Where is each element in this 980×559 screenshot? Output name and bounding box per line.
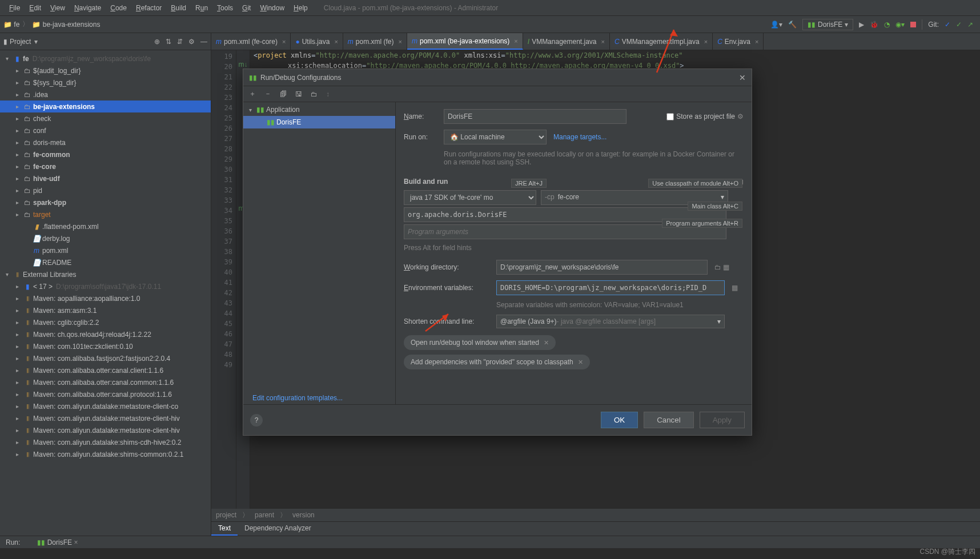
- tree-maven-lib[interactable]: ▸⫴Maven: ch.qos.reload4j:reload4j:1.2.22: [0, 328, 211, 340]
- editor-tab[interactable]: CEnv.java×: [713, 33, 764, 50]
- crumb-project[interactable]: project: [216, 511, 236, 519]
- menu-tools[interactable]: Tools: [212, 4, 238, 12]
- tree-folder[interactable]: ▸🗀spark-dpp: [0, 196, 211, 208]
- tree-folder[interactable]: ▸🗀.idea: [0, 89, 211, 100]
- tree-folder[interactable]: ▸🗀target: [0, 208, 211, 220]
- menu-navigate[interactable]: Navigate: [70, 4, 106, 12]
- tree-file[interactable]: 📄derby.log: [0, 232, 211, 244]
- tree-folder[interactable]: ▸🗀${audit_log_dir}: [0, 65, 211, 77]
- menu-file[interactable]: File: [5, 4, 25, 12]
- tree-folder[interactable]: ▸🗀hive-udf: [0, 172, 211, 184]
- editor-tab[interactable]: IVMManagement.java×: [523, 33, 610, 50]
- wdir-field[interactable]: [496, 260, 708, 275]
- project-panel-title[interactable]: Project: [7, 38, 31, 46]
- apply-button[interactable]: Apply: [700, 412, 745, 428]
- dropdown-icon[interactable]: ▾: [31, 38, 38, 46]
- config-tree-dorisfe[interactable]: ▮▮ DorisFE: [243, 116, 395, 128]
- shorten-select[interactable]: @argfile (Java 9+) - java @argfile class…: [496, 315, 725, 328]
- tree-folder[interactable]: ▸🗀${sys_log_dir}: [0, 77, 211, 89]
- project-tree[interactable]: ▾▮ fe D:\program\jz_new_workspace\doris\…: [0, 50, 211, 463]
- menu-code[interactable]: Code: [106, 4, 131, 12]
- tree-maven-lib[interactable]: ▸⫴Maven: com.alibaba.otter:canal.protoco…: [0, 388, 211, 400]
- tree-file[interactable]: mpom.xml: [0, 244, 211, 256]
- tree-folder[interactable]: ▸🗀fe-common: [0, 148, 211, 160]
- tree-maven-lib[interactable]: ▸⫴Maven: cglib:cglib:2.2: [0, 316, 211, 328]
- ok-button[interactable]: OK: [601, 412, 638, 428]
- tree-maven-lib[interactable]: ▸⫴Maven: com.alibaba.otter:canal.client:…: [0, 364, 211, 376]
- crumb-version[interactable]: version: [292, 511, 315, 519]
- tree-jdk[interactable]: ▸▮ < 17 > D:\program\soft\java17\jdk-17.…: [0, 280, 211, 292]
- tab-dependency-analyzer[interactable]: Dependency Analyzer: [238, 522, 318, 536]
- tree-maven-lib[interactable]: ▸⫴Maven: com.alibaba.fastjson2:fastjson2…: [0, 352, 211, 364]
- name-field[interactable]: [444, 109, 626, 124]
- build-hammer-icon[interactable]: 🔨: [788, 21, 797, 29]
- tree-maven-lib[interactable]: ▸⫴Maven: asm:asm:3.1: [0, 304, 211, 316]
- browse-icon[interactable]: 🗀 ▦: [714, 263, 729, 271]
- settings-icon[interactable]: ⚙: [188, 38, 195, 46]
- run-toolwindow-config[interactable]: ▮▮ DorisFE ×: [20, 538, 78, 546]
- copy-icon[interactable]: 🗐: [280, 90, 287, 98]
- coverage-icon[interactable]: ◔: [884, 21, 890, 29]
- menu-help[interactable]: Help: [289, 4, 312, 12]
- locate-icon[interactable]: ⊕: [154, 38, 160, 46]
- menu-build[interactable]: Build: [166, 4, 191, 12]
- remove-icon[interactable]: －: [264, 89, 271, 99]
- tree-maven-lib[interactable]: ▸⫴Maven: com.aliyun.datalake:metastore-c…: [0, 400, 211, 412]
- runon-select[interactable]: 🏠 Local machine: [444, 130, 547, 144]
- config-tree-application[interactable]: ▾▮▮ Application: [243, 103, 395, 116]
- pill-remove-icon[interactable]: ✕: [578, 359, 583, 366]
- tab-text[interactable]: Text: [211, 522, 238, 536]
- menu-window[interactable]: Window: [255, 4, 289, 12]
- help-icon[interactable]: ?: [250, 414, 263, 427]
- folder-icon[interactable]: 🗀: [311, 90, 318, 98]
- editor-tab[interactable]: CVMManagementImpl.java×: [610, 33, 713, 50]
- stop-icon[interactable]: [910, 22, 916, 27]
- tree-maven-lib[interactable]: ▸⫴Maven: com.aliyun.datalake:metastore-c…: [0, 424, 211, 436]
- project-view-icon[interactable]: ▮: [3, 38, 7, 46]
- pill-provided-deps[interactable]: Add dependencies with "provided" scope t…: [404, 355, 590, 369]
- tree-maven-lib[interactable]: ▸⫴Maven: com.aliyun.datalake:shims-commo…: [0, 448, 211, 460]
- editor-tab[interactable]: mpom.xml (fe-core)×: [211, 33, 291, 50]
- cancel-button[interactable]: Cancel: [644, 412, 694, 428]
- git-push-icon[interactable]: ↗: [967, 21, 973, 29]
- add-icon[interactable]: ＋: [249, 89, 256, 99]
- git-commit-icon[interactable]: ✓: [956, 21, 962, 29]
- tree-folder[interactable]: ▸🗀pid: [0, 184, 211, 196]
- close-icon[interactable]: ✕: [739, 73, 746, 82]
- tree-maven-lib[interactable]: ▸⫴Maven: com.101tec:zkclient:0.10: [0, 340, 211, 352]
- tree-folder[interactable]: ▸🗀fe-core: [0, 160, 211, 172]
- crumb-parent[interactable]: parent: [255, 511, 274, 519]
- tree-maven-lib[interactable]: ▸⫴Maven: com.aliyun.datalake:metastore-c…: [0, 412, 211, 424]
- tree-file[interactable]: 📄README: [0, 256, 211, 268]
- menu-git[interactable]: Git: [238, 4, 255, 12]
- pill-remove-icon[interactable]: ✕: [544, 339, 549, 347]
- debug-icon[interactable]: 🐞: [870, 21, 878, 29]
- tree-maven-lib[interactable]: ▸⫴Maven: aopalliance:aopalliance:1.0: [0, 292, 211, 304]
- tree-file[interactable]: ▮.flattened-pom.xml: [0, 220, 211, 232]
- user-icon[interactable]: 👤▾: [770, 21, 782, 29]
- menu-run[interactable]: Run: [191, 4, 212, 12]
- tree-folder[interactable]: ▸🗀be-java-extensions: [0, 100, 211, 112]
- collapse-icon[interactable]: ⇵: [177, 38, 183, 46]
- env-field[interactable]: [496, 280, 725, 295]
- menu-view[interactable]: View: [46, 4, 70, 12]
- git-update-icon[interactable]: ✓: [945, 21, 950, 29]
- tree-folder[interactable]: ▸🗀conf: [0, 124, 211, 136]
- tree-folder[interactable]: ▸🗀doris-meta: [0, 136, 211, 148]
- save-icon[interactable]: 🖫: [295, 90, 302, 98]
- menu-refactor[interactable]: Refactor: [131, 4, 166, 12]
- breadcrumb-root[interactable]: 📁 fe: [3, 21, 19, 29]
- expand-icon[interactable]: ⇅: [166, 38, 171, 46]
- run-icon[interactable]: ▶: [859, 21, 864, 29]
- pill-open-tool-window[interactable]: Open run/debug tool window when started✕: [404, 335, 556, 350]
- store-checkbox[interactable]: Store as project file ⚙: [666, 112, 744, 120]
- manage-targets-link[interactable]: Manage targets...: [553, 133, 607, 141]
- editor-tab[interactable]: ●Utils.java×: [291, 33, 343, 50]
- hide-icon[interactable]: —: [200, 38, 207, 46]
- jdk-select[interactable]: java 17 SDK of 'fe-core' mo: [404, 190, 536, 205]
- run-toolwindow-label[interactable]: Run:: [6, 538, 20, 546]
- config-tree[interactable]: ▾▮▮ Application ▮▮ DorisFE Edit configur…: [243, 102, 396, 404]
- menu-edit[interactable]: Edit: [25, 4, 46, 12]
- tree-external-libraries[interactable]: ▾⫴ External Libraries: [0, 268, 211, 280]
- tree-maven-lib[interactable]: ▸⫴Maven: com.aliyun.datalake:shims-cdh-h…: [0, 436, 211, 448]
